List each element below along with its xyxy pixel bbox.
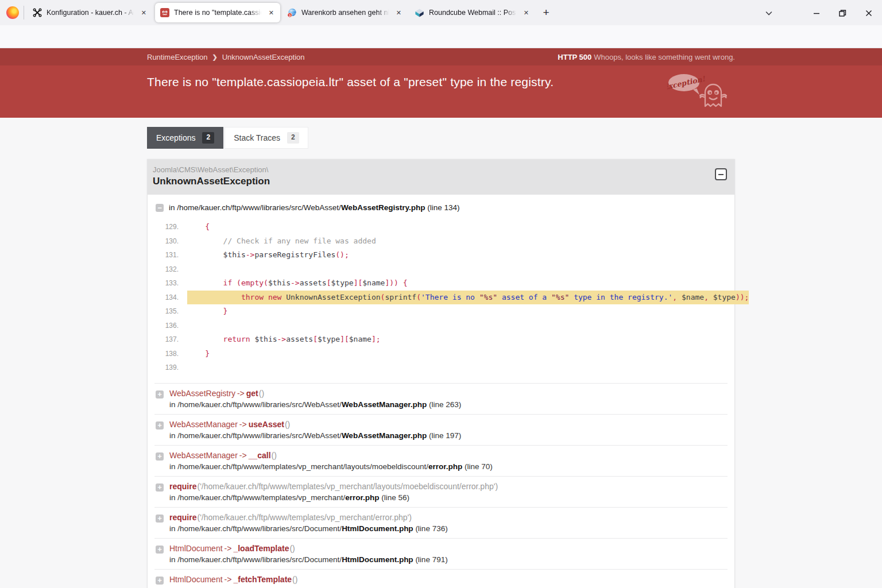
line-number: 135. [154, 304, 187, 319]
code-content: if (empty($this->assets[$type][$name])) … [187, 276, 728, 291]
line-number: 134. [154, 291, 187, 305]
trace-location: in /home/kauer.ch/ftp/www/libraries/src/… [169, 400, 461, 409]
trace-row: +HtmlDocument->_loadTemplate()in /home/k… [154, 539, 728, 570]
trace-arrow: -> [237, 389, 245, 398]
globe-favicon-icon: 3 [287, 8, 297, 18]
expand-trace-toggle-icon[interactable]: + [156, 452, 164, 461]
collapse-code-toggle-icon[interactable]: − [156, 204, 164, 212]
exception-metadata-bar: RuntimeException❯UnknownAssetException H… [0, 48, 882, 65]
trace-arrow: -> [225, 544, 232, 553]
line-number: 136. [154, 319, 187, 333]
ghost-favicon-icon [160, 8, 169, 18]
divider [24, 6, 24, 20]
line-number: 131. [154, 248, 187, 262]
tab-strip: Konfiguration - kauer.ch - Admi✕There is… [28, 3, 535, 22]
exception-file-location[interactable]: − in /home/kauer.ch/ftp/www/libraries/sr… [154, 200, 728, 215]
trace-args: () [285, 420, 290, 429]
browser-tab[interactable]: Roundcube Webmail :: Posteing✕ [410, 3, 535, 22]
expand-trace-toggle-icon[interactable]: + [156, 421, 164, 430]
trace-class: WebAssetRegistry [169, 389, 235, 398]
tab-close-button[interactable]: ✕ [394, 8, 403, 18]
code-line: 132. [154, 262, 728, 277]
http-status: HTTP 500Whoops, looks like something wen… [558, 53, 735, 61]
roundcube-favicon-icon [415, 8, 424, 18]
tab-title: Konfiguration - kauer.ch - Admi [47, 9, 135, 17]
trace-row: +WebAssetRegistry->get()in /home/kauer.c… [154, 384, 728, 415]
trace-row: +WebAssetManager->__call()in /home/kauer… [154, 446, 728, 477]
trace-class: HtmlDocument [169, 544, 223, 553]
window-restore-button[interactable] [834, 7, 851, 20]
window-close-button[interactable] [860, 7, 877, 20]
tab-label: Exceptions [156, 133, 195, 142]
expand-trace-toggle-icon[interactable]: + [156, 390, 164, 399]
trace-class: HtmlDocument [169, 575, 223, 584]
trace-signature[interactable]: HtmlDocument->_fetchTemplate() [169, 575, 297, 584]
line-number: 133. [154, 276, 187, 291]
list-all-tabs-chevron-icon[interactable] [760, 7, 777, 20]
trace-row: +WebAssetManager->useAsset()in /home/kau… [154, 415, 728, 446]
code-line: 138. } [154, 347, 728, 361]
tab-exceptions[interactable]: Exceptions2 [147, 127, 223, 149]
trace-signature[interactable]: require('/home/kauer.ch/ftp/www/template… [169, 513, 448, 522]
code-excerpt: 129. {130. // Check if any new file was … [154, 220, 728, 375]
browser-tab-bar: Konfiguration - kauer.ch - Admi✕There is… [0, 0, 882, 25]
http-status-text: Whoops, looks like something went wrong. [594, 53, 735, 61]
trace-signature[interactable]: WebAssetRegistry->get() [169, 389, 461, 398]
trace-args: ('/home/kauer.ch/ftp/www/templates/vp_me… [197, 482, 498, 491]
breadcrumb: RuntimeException❯UnknownAssetException [147, 53, 305, 61]
exception-card-body: − in /home/kauer.ch/ftp/www/libraries/sr… [148, 195, 734, 588]
http-status-code: HTTP 500 [558, 53, 591, 61]
trace-location: in /home/kauer.ch/ftp/www/libraries/src/… [169, 524, 448, 533]
code-content: { [187, 220, 728, 234]
tab-close-button[interactable]: ✕ [522, 8, 531, 18]
firefox-logo-icon[interactable] [6, 6, 19, 19]
tab-close-button[interactable]: ✕ [267, 8, 276, 18]
trace-signature[interactable]: WebAssetManager->useAsset() [169, 420, 461, 429]
trace-row: +require('/home/kauer.ch/ftp/www/templat… [154, 477, 728, 508]
code-line: 139. [154, 361, 728, 375]
code-content: $this->parseRegistryFiles(); [187, 248, 728, 262]
browser-window: Konfiguration - kauer.ch - Admi✕There is… [0, 0, 882, 588]
new-tab-button[interactable]: + [537, 4, 555, 21]
code-content: } [187, 347, 728, 361]
window-minimize-button[interactable] [808, 7, 825, 20]
trace-signature[interactable]: WebAssetManager->__call() [169, 451, 493, 460]
expand-trace-toggle-icon[interactable]: + [156, 577, 164, 585]
tab-stack-traces[interactable]: Stack Traces2 [225, 127, 308, 149]
trace-args: () [289, 544, 295, 553]
joomla-favicon-icon [32, 8, 42, 18]
code-content: return $this->assets[$type][$name]; [187, 332, 728, 347]
expand-trace-toggle-icon[interactable]: + [156, 483, 164, 492]
tab-title: Warenkorb ansehen geht nicht r [301, 9, 390, 17]
code-line: 130. // Check if any new file was added [154, 234, 728, 249]
browser-tab[interactable]: There is no "template.cassiopeia✕ [155, 3, 280, 22]
code-line: 135. } [154, 304, 728, 319]
trace-signature[interactable]: require('/home/kauer.ch/ftp/www/template… [169, 482, 498, 491]
line-number: 129. [154, 220, 187, 234]
breadcrumb-item[interactable]: UnknownAssetException [222, 53, 305, 61]
tab-title: Roundcube Webmail :: Posteing [429, 9, 517, 17]
trace-list: +WebAssetRegistry->get()in /home/kauer.c… [154, 383, 728, 588]
browser-tab[interactable]: Konfiguration - kauer.ch - Admi✕ [28, 3, 153, 22]
trace-signature[interactable]: HtmlDocument->_loadTemplate() [169, 544, 448, 553]
code-line: 133. if (empty($this->assets[$type][$nam… [154, 276, 728, 291]
line-number: 132. [154, 262, 187, 277]
collapse-exception-button[interactable] [715, 168, 727, 180]
trace-method: require [169, 513, 196, 522]
expand-trace-toggle-icon[interactable]: + [156, 514, 164, 523]
breadcrumb-item[interactable]: RuntimeException [147, 53, 208, 61]
tab-count-badge: 2 [202, 132, 214, 144]
tab-close-button[interactable]: ✕ [140, 8, 148, 18]
browser-tab[interactable]: 3Warenkorb ansehen geht nicht r✕ [283, 3, 408, 22]
code-content [187, 319, 728, 333]
line-number: 139. [154, 361, 187, 375]
trace-args: () [272, 451, 277, 460]
code-line: 136. [154, 319, 728, 333]
code-line: 134. throw new UnknownAssetException(spr… [154, 291, 728, 305]
trace-row: +HtmlDocument->_fetchTemplate() [154, 570, 728, 588]
exception-class: UnknownAssetException [153, 176, 726, 187]
expand-trace-toggle-icon[interactable]: + [156, 546, 164, 554]
trace-method: useAsset [249, 420, 284, 429]
page-content: RuntimeException❯UnknownAssetException H… [0, 48, 882, 588]
trace-location: in /home/kauer.ch/ftp/www/libraries/src/… [169, 555, 448, 564]
